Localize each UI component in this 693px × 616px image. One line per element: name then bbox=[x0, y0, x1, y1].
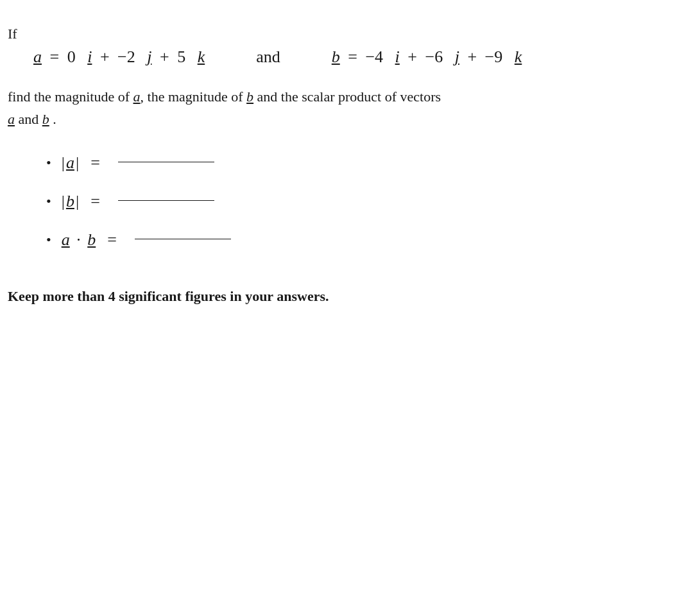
equals-1: = bbox=[90, 153, 100, 173]
dot-symbol: · bbox=[73, 230, 85, 250]
find-b-ref: b bbox=[246, 89, 253, 105]
answer-blank-mag-a[interactable] bbox=[118, 162, 214, 162]
vector-equations-row: a = 0 i + −2 j + 5 k and b = −4 i + −6 j… bbox=[33, 47, 680, 67]
abs-b-notation: | b | bbox=[62, 192, 79, 211]
find-instruction-line1: find the magnitude of a, the magnitude o… bbox=[8, 86, 680, 107]
plus1-a: + bbox=[96, 47, 114, 67]
find-end-text: and the scalar product of vectors bbox=[253, 89, 441, 105]
coeff-a-j: −2 bbox=[117, 47, 135, 67]
basis-i-a: i bbox=[87, 47, 92, 67]
and-word: and bbox=[256, 47, 280, 67]
find-line2-a: a bbox=[8, 111, 15, 127]
coeff-a-i: 0 bbox=[67, 47, 76, 67]
plus1-b: + bbox=[404, 47, 422, 67]
bullet-item-mag-a: • | a | = bbox=[46, 153, 680, 173]
basis-k-a: k bbox=[198, 47, 205, 67]
basis-j-a: j bbox=[147, 47, 151, 67]
spacer6 bbox=[506, 47, 511, 67]
vec-b-lhs: b bbox=[332, 47, 340, 67]
answer-bullet-list: • | a | = • | b | = • a · b = bbox=[46, 153, 680, 250]
vector-a-equation: a = 0 i + −2 j + 5 k bbox=[33, 47, 205, 67]
pipe-close-1: | bbox=[76, 153, 79, 173]
pipe-close-2: | bbox=[76, 192, 79, 211]
coeff-b-k: −9 bbox=[485, 47, 503, 67]
bullet-dot-1: • bbox=[46, 155, 51, 171]
coeff-b-j: −6 bbox=[425, 47, 443, 67]
spacer4 bbox=[387, 47, 391, 67]
abs-a-notation: | a | bbox=[62, 153, 79, 173]
bullet-dot-3: • bbox=[46, 232, 51, 248]
find-line2-and: and bbox=[15, 111, 42, 127]
plus2-a: + bbox=[155, 47, 173, 67]
if-label: If bbox=[8, 26, 680, 42]
keep-note: Keep more than 4 significant figures in … bbox=[8, 288, 680, 305]
basis-j-b: j bbox=[455, 47, 459, 67]
answer-blank-dot-product[interactable] bbox=[135, 239, 231, 239]
abs-a-vec: a bbox=[66, 153, 74, 173]
eq-sign-a: = bbox=[46, 47, 64, 67]
coeff-b-i: −4 bbox=[365, 47, 383, 67]
dot-prod-b: b bbox=[87, 230, 96, 250]
find-instruction-line2: a and b . bbox=[8, 111, 680, 128]
pipe-open-1: | bbox=[62, 153, 65, 173]
answer-blank-mag-b[interactable] bbox=[118, 200, 214, 201]
find-prefix: find the magnitude of bbox=[8, 89, 133, 105]
find-line2-end: . bbox=[49, 111, 56, 127]
spacer3 bbox=[189, 47, 194, 67]
plus2-b: + bbox=[463, 47, 481, 67]
basis-k-b: k bbox=[515, 47, 522, 67]
spacer5 bbox=[447, 47, 451, 67]
vector-b-equation: b = −4 i + −6 j + −9 k bbox=[332, 47, 522, 67]
find-mid-text: , the magnitude of bbox=[141, 89, 247, 105]
coeff-a-k: 5 bbox=[177, 47, 185, 67]
bullet-dot-2: • bbox=[46, 193, 51, 210]
spacer1 bbox=[80, 47, 84, 67]
find-line2-b: b bbox=[42, 111, 49, 127]
basis-i-b: i bbox=[395, 47, 400, 67]
eq-sign-b: = bbox=[344, 47, 362, 67]
spacer2 bbox=[139, 47, 144, 67]
equals-2: = bbox=[90, 192, 100, 211]
equals-3: = bbox=[107, 230, 117, 250]
vec-a-lhs: a bbox=[33, 47, 42, 67]
pipe-open-2: | bbox=[62, 192, 65, 211]
dot-prod-a: a bbox=[62, 230, 70, 250]
bullet-item-mag-b: • | b | = bbox=[46, 192, 680, 211]
dot-product-notation: a · b bbox=[62, 230, 96, 250]
find-a-ref: a bbox=[133, 89, 141, 105]
bullet-item-dot-product: • a · b = bbox=[46, 230, 680, 250]
abs-b-vec: b bbox=[66, 192, 74, 211]
